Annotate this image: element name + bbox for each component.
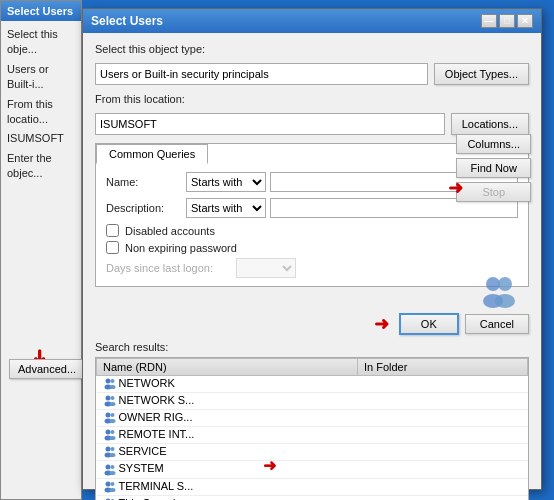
svg-point-30 <box>110 482 114 486</box>
close-button[interactable]: ✕ <box>517 14 533 28</box>
result-name: SERVICE <box>119 445 167 457</box>
col-header-name[interactable]: Name (RDN) <box>97 359 358 376</box>
bg-text3: From this locatio... <box>7 97 75 128</box>
disabled-accounts-checkbox[interactable] <box>106 224 119 237</box>
name-starts-with-select[interactable]: Starts with <box>186 172 266 192</box>
result-folder-cell <box>357 393 527 410</box>
columns-button[interactable]: Columns... <box>456 134 531 154</box>
days-since-logon-select <box>236 258 296 278</box>
user-icon-area <box>479 274 521 313</box>
results-table: Name (RDN) In Folder NETWORKNETWORK S...… <box>96 358 528 500</box>
svg-point-10 <box>110 396 114 400</box>
cancel-button[interactable]: Cancel <box>465 314 529 334</box>
table-row[interactable]: SERVICE <box>97 444 528 461</box>
non-expiring-password-checkbox[interactable] <box>106 241 119 254</box>
bg-window-titlebar: Select Users <box>1 1 81 21</box>
bg-advanced-button[interactable]: Advanced... <box>9 359 85 379</box>
svg-point-18 <box>110 430 114 434</box>
bg-text4: ISUMSOFT <box>7 131 75 146</box>
location-value-row: ISUMSOFT Locations... <box>95 113 529 135</box>
user-group-icon <box>103 394 119 406</box>
table-row[interactable]: This Organiza... <box>97 495 528 500</box>
svg-point-2 <box>498 277 512 291</box>
result-name: This Organiza... <box>119 497 197 500</box>
svg-point-16 <box>105 430 110 435</box>
find-now-button[interactable]: Find Now <box>456 158 531 178</box>
ok-arrow: ➜ <box>374 313 389 335</box>
results-table-body: NETWORKNETWORK S...OWNER RIG...REMOTE IN… <box>97 376 528 501</box>
bg-window-title: Select Users <box>7 5 73 17</box>
users-icon <box>479 274 521 310</box>
result-folder-cell <box>357 495 527 500</box>
maximize-button[interactable]: □ <box>499 14 515 28</box>
disabled-accounts-row: Disabled accounts <box>106 224 518 237</box>
dialog-titlebar: Select Users — □ ✕ <box>83 9 541 33</box>
table-row[interactable]: OWNER RIG... <box>97 410 528 427</box>
svg-point-12 <box>105 413 110 418</box>
table-row[interactable]: REMOTE INT... <box>97 427 528 444</box>
select-users-dialog: Select Users — □ ✕ Select this object ty… <box>82 8 542 490</box>
result-folder-cell <box>357 427 527 444</box>
svg-point-27 <box>109 471 115 475</box>
result-name: REMOTE INT... <box>119 428 195 440</box>
stop-button[interactable]: Stop <box>456 182 531 202</box>
user-group-icon <box>103 428 119 440</box>
result-name-cell: OWNER RIG... <box>97 410 358 427</box>
bg-window-content: Select this obje... Users or Built-i... … <box>1 21 81 192</box>
action-buttons-panel: Columns... Find Now Stop <box>456 134 531 202</box>
result-name: NETWORK <box>119 377 175 389</box>
result-folder-cell <box>357 461 527 478</box>
svg-point-22 <box>110 447 114 451</box>
table-row[interactable]: SYSTEM <box>97 461 528 478</box>
svg-point-31 <box>109 488 115 492</box>
result-name-cell: NETWORK S... <box>97 393 358 410</box>
svg-point-26 <box>110 465 114 469</box>
search-results-label: Search results: <box>83 341 541 357</box>
dialog-titlebar-buttons: — □ ✕ <box>481 14 533 28</box>
svg-point-19 <box>109 436 115 440</box>
object-type-value: Users or Built-in security principals <box>95 63 428 85</box>
svg-point-11 <box>109 402 115 406</box>
results-table-header: Name (RDN) In Folder <box>97 359 528 376</box>
svg-point-3 <box>495 294 515 308</box>
ok-cancel-row: ➜ OK Cancel <box>83 307 541 341</box>
result-folder-cell <box>357 444 527 461</box>
bg-text1: Select this obje... <box>7 27 75 58</box>
table-row[interactable]: NETWORK S... <box>97 393 528 410</box>
col-header-folder[interactable]: In Folder <box>357 359 527 376</box>
svg-point-28 <box>105 481 110 486</box>
svg-point-6 <box>110 379 114 383</box>
result-name-cell: NETWORK <box>97 376 358 393</box>
result-folder-cell <box>357 376 527 393</box>
days-since-logon-label: Days since last logon: <box>106 262 236 274</box>
user-group-icon <box>103 480 119 492</box>
location-label-row: From this location: <box>95 93 529 105</box>
result-name: NETWORK S... <box>119 394 195 406</box>
svg-point-14 <box>110 413 114 417</box>
minimize-button[interactable]: — <box>481 14 497 28</box>
dialog-title: Select Users <box>91 14 163 28</box>
result-name-cell: REMOTE INT... <box>97 427 358 444</box>
result-name: OWNER RIG... <box>119 411 193 423</box>
table-row[interactable]: TERMINAL S... <box>97 478 528 495</box>
bg-text2: Users or Built-i... <box>7 62 75 93</box>
object-types-button[interactable]: Object Types... <box>434 63 529 85</box>
common-queries-tab[interactable]: Common Queries <box>96 144 208 164</box>
non-expiring-password-row: Non expiring password <box>106 241 518 254</box>
ok-button[interactable]: OK <box>399 313 459 335</box>
result-folder-cell <box>357 410 527 427</box>
svg-point-24 <box>105 464 110 469</box>
result-folder-cell <box>357 478 527 495</box>
svg-point-15 <box>109 419 115 423</box>
locations-button[interactable]: Locations... <box>451 113 529 135</box>
svg-point-4 <box>105 379 110 384</box>
description-starts-with-select[interactable]: Starts with <box>186 198 266 218</box>
name-query-label: Name: <box>106 176 186 188</box>
table-row[interactable]: NETWORK <box>97 376 528 393</box>
background-window: Select Users Select this obje... Users o… <box>0 0 82 500</box>
description-query-label: Description: <box>106 202 186 214</box>
results-table-wrapper[interactable]: Name (RDN) In Folder NETWORKNETWORK S...… <box>95 357 529 500</box>
bg-text5: Enter the objec... <box>7 151 75 182</box>
days-since-logon-row: Days since last logon: <box>106 258 518 278</box>
user-group-icon <box>103 377 119 389</box>
